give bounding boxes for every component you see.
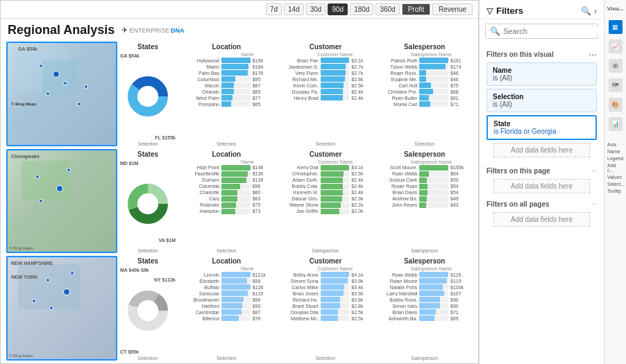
salesperson-axis-2: Salesperson bbox=[376, 248, 473, 253]
salesperson-bars-2: Scott Moure. $195k Ryan Webb $64 Joshua … bbox=[376, 165, 473, 249]
salesperson-section-3: Salesperson Salesperson Name Ryan Webb $… bbox=[376, 256, 473, 361]
filters-search-toggle[interactable]: 🔍 bbox=[581, 6, 591, 16]
map-panel-3[interactable]: NEW HAMPSHIRE NEW YORK © Bing Maps bbox=[6, 256, 117, 361]
filters-visual-more[interactable]: ··· bbox=[589, 49, 597, 60]
visual-icon-analytics[interactable]: 📊 bbox=[609, 117, 623, 131]
filters-panel: ▽ Filters 🔍 › 🔍 Filters on this visual ·… bbox=[479, 0, 604, 364]
location-section-1: Location Name Hollywood $198 Miami $184 bbox=[178, 42, 275, 146]
visual-icon-format[interactable]: 🎨 bbox=[609, 98, 623, 112]
visual-icon-map[interactable]: 🗺 bbox=[609, 78, 623, 92]
filters-page-body: Add data fields here bbox=[480, 179, 604, 193]
salesperson-bar-item: John Reyes $43 bbox=[379, 202, 470, 208]
location-bars-3: Lincoln $111k Elizabeth $99 Buffalo bbox=[178, 272, 275, 356]
customer-bar-item: Richard Ho. $2.8k bbox=[280, 297, 371, 302]
add-fields-all-pages[interactable]: Add data fields here bbox=[493, 212, 590, 227]
salesperson-bar-item: Rylan Moore $119 bbox=[379, 278, 470, 284]
filter-icon: ▽ bbox=[487, 6, 493, 16]
visual-icon-table[interactable]: ⊞ bbox=[609, 59, 623, 73]
location-bar-item: Elizabeth $99 bbox=[181, 278, 272, 284]
donut-2[interactable]: MD $1M VA $1M bbox=[120, 159, 176, 249]
visual-section-name: Name bbox=[607, 149, 623, 154]
filters-expand[interactable]: › bbox=[594, 6, 597, 16]
visual-section-legend: Legend bbox=[607, 156, 623, 161]
salesperson-section-1: Salesperson Salesperson Name Patrick Rut… bbox=[376, 42, 473, 146]
add-fields-page[interactable]: Add data fields here bbox=[493, 179, 590, 193]
filters-page-more[interactable]: ··· bbox=[591, 167, 597, 175]
profit-button[interactable]: Profit bbox=[402, 3, 430, 15]
time-btn-180d[interactable]: 180d bbox=[350, 3, 373, 15]
dashboard-row-1: GA $54k © Bing Maps States GA $54k bbox=[6, 42, 473, 146]
visual-panel: Visu... ▦ 📈 ⊞ 🗺 🎨 📊 Axis Name Legend Add… bbox=[604, 0, 626, 364]
search-box[interactable]: 🔍 bbox=[485, 24, 598, 39]
filters-on-all-pages-header: Filters on all pages ··· bbox=[480, 196, 604, 209]
filters-on-visual-header: Filters on this visual ··· bbox=[487, 49, 597, 60]
donut-3[interactable]: MA $40k $9k NY $112k CT $65k bbox=[120, 266, 176, 356]
customer-bar-item: Wayne Stone $2.2k bbox=[280, 202, 371, 208]
time-btn-7d[interactable]: 7d bbox=[266, 3, 282, 15]
customer-bars-3: Britny Anne $4.1k Steven Soria $3.9k Car… bbox=[278, 272, 374, 356]
filters-header: ▽ Filters 🔍 › bbox=[480, 0, 604, 19]
salesperson-bar-item: Carl Hull $75 bbox=[379, 83, 470, 88]
filter-name[interactable]: Name is (All) bbox=[487, 62, 597, 86]
map-watermark-2: © Bing Maps bbox=[9, 246, 33, 250]
time-btn-30d[interactable]: 30d bbox=[306, 3, 326, 15]
salesperson-bar-item: Joshua Clark $50 bbox=[379, 177, 470, 183]
customer-bar-item: Britny Anne $4.1k bbox=[280, 272, 371, 277]
customer-bar-item: Douglas Dila $2.5k bbox=[280, 309, 371, 315]
map-watermark-1: © Bing Maps bbox=[11, 102, 36, 106]
visual-panel-title: Visu... bbox=[607, 6, 623, 12]
states-section-3: States MA $40k $9k NY $112k CT $65k Sele… bbox=[120, 256, 176, 361]
map-state-label-ga: GA $54k bbox=[18, 46, 37, 51]
map-label-3b: NEW YORK bbox=[11, 275, 37, 279]
location-bar-item: Brookhaven $96 bbox=[181, 297, 272, 302]
map-panel-2[interactable]: Chesapeake © Bing Maps bbox=[6, 149, 117, 254]
search-input[interactable] bbox=[503, 27, 599, 35]
add-fields-visual[interactable]: Add data fields here bbox=[493, 143, 590, 157]
filter-state[interactable]: State is Florida or Georgia bbox=[487, 115, 597, 140]
donut-label-va: VA $1M bbox=[158, 238, 176, 243]
customer-bar-item: Carlos Milke $3.4k bbox=[280, 284, 371, 290]
filters-on-visual-section: Filters on this visual ··· Name is (All)… bbox=[480, 46, 604, 163]
visual-section-select: Select... bbox=[607, 182, 623, 187]
states-section-2: States MD $1M VA $1M Selection bbox=[120, 149, 176, 254]
filter-selection[interactable]: Selection is (All) bbox=[487, 89, 597, 112]
map-panel-1[interactable]: GA $54k © Bing Maps bbox=[6, 42, 117, 146]
search-icon: 🔍 bbox=[490, 26, 500, 36]
location-bar-item: Pompano $65 bbox=[181, 101, 272, 107]
customer-bar-item: Douglas Pa. $2.4k bbox=[280, 89, 371, 94]
customer-bar-item: Steven Soria $3.9k bbox=[280, 278, 371, 284]
visual-section-axis: Axis bbox=[607, 142, 623, 147]
customer-bar-item: Richard Me. $2.6k bbox=[280, 76, 371, 82]
visual-icon-line[interactable]: 📈 bbox=[609, 40, 623, 53]
location-bar-item: Billerica $76 bbox=[181, 315, 272, 321]
visual-section-tooltip: Tooltip bbox=[607, 189, 623, 193]
customer-bar-item: Brian Jones $3.3k bbox=[280, 291, 371, 296]
salesperson-bar-item: Ryan Webb $125 bbox=[379, 272, 470, 277]
customer-section-3: Customer Customer Name Britny Anne $4.1k… bbox=[278, 256, 374, 361]
salesperson-bar-item: Larry Marshall $107 bbox=[379, 291, 470, 296]
time-btn-90d[interactable]: 90d bbox=[328, 3, 348, 15]
revenue-button[interactable]: Revenue bbox=[432, 3, 473, 15]
location-bar-item: Palm Bay $178 bbox=[181, 70, 272, 76]
time-btn-14d[interactable]: 14d bbox=[284, 3, 304, 15]
salesperson-title-3: Salesperson bbox=[376, 256, 473, 266]
donut-label-ma: MA $40k $9k bbox=[120, 268, 149, 272]
top-bar: 7d 14d 30d 90d 180d 360d Profit Revenue bbox=[1, 1, 478, 19]
donut-1[interactable]: GA $54k FL $155k bbox=[120, 52, 176, 141]
filters-title: ▽ Filters bbox=[487, 6, 523, 16]
location-bar-item: West Palm $77 bbox=[181, 95, 272, 101]
customer-bar-item: Adam Durh. $2.4k bbox=[280, 177, 371, 183]
customer-bar-item: Kerry Dail $3.1k bbox=[280, 165, 371, 171]
time-filter-buttons: 7d 14d 30d 90d 180d 360d Profit Revenue bbox=[266, 3, 473, 15]
filters-all-pages-more[interactable]: ··· bbox=[591, 200, 597, 208]
time-btn-360d[interactable]: 360d bbox=[375, 3, 399, 15]
customer-axis-1: Selection bbox=[278, 141, 374, 146]
donut-axis-3: Selection bbox=[120, 356, 176, 361]
location-bar-item: Fayetteville $136 bbox=[181, 171, 272, 177]
customer-axis-3: Selection bbox=[278, 356, 374, 361]
location-bar-item: Columbia $96 bbox=[181, 184, 272, 189]
visual-icon-bar[interactable]: ▦ bbox=[609, 20, 623, 34]
customer-title-3: Customer bbox=[278, 256, 374, 266]
location-bar-item: Cary $83 bbox=[181, 196, 272, 202]
location-title-3: Location bbox=[178, 256, 275, 266]
